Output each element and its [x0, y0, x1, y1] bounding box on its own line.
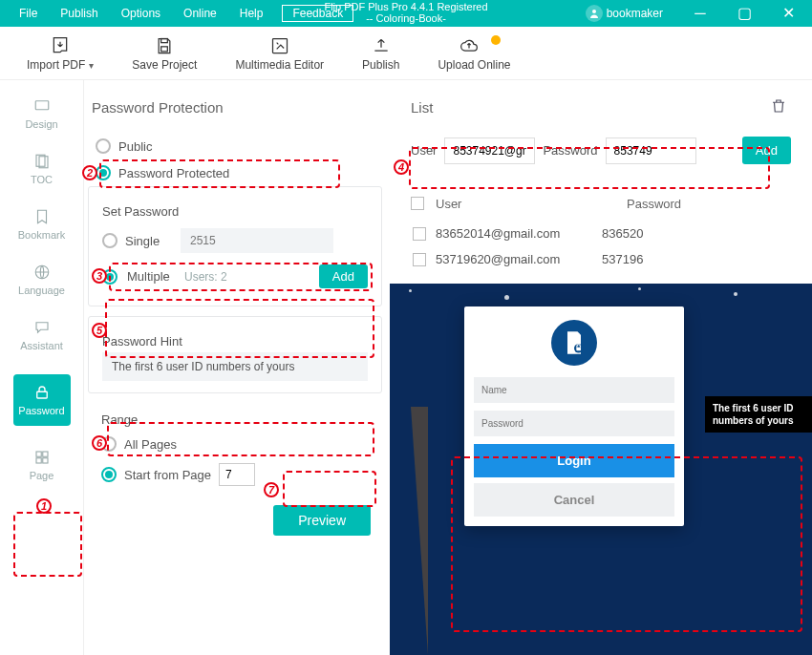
multiple-label: Multiple — [127, 269, 175, 284]
menu-file[interactable]: File — [8, 7, 49, 20]
svg-rect-11 — [36, 458, 41, 463]
all-pages-label: All Pages — [124, 437, 177, 452]
range-label: Range — [101, 412, 369, 427]
window-close[interactable]: ✕ — [768, 0, 808, 27]
import-icon — [49, 35, 72, 56]
rail-page[interactable]: Page — [13, 449, 71, 481]
row-checkbox[interactable] — [413, 253, 426, 266]
row-user: 53719620@gmail.com — [436, 252, 560, 266]
svg-rect-10 — [42, 452, 47, 456]
panel-title: Password Protection — [88, 99, 382, 116]
radio-public[interactable] — [96, 138, 111, 154]
window-minimize[interactable]: ─ — [680, 0, 720, 27]
preview-button[interactable]: Preview — [273, 505, 371, 536]
start-page-input[interactable] — [219, 463, 255, 486]
publish-icon — [372, 35, 391, 56]
set-password-group: Set Password Single Multiple Users: 2 Ad… — [88, 186, 382, 306]
save-icon — [155, 35, 174, 56]
main-toolbar: Import PDF Save Project Multimedia Edito… — [0, 27, 812, 80]
login-pass-input[interactable] — [474, 411, 674, 436]
password-hint-group: Password Hint — [88, 316, 382, 393]
radio-all-pages[interactable] — [101, 436, 117, 452]
lock-document-icon — [551, 320, 597, 366]
svg-rect-8 — [36, 391, 47, 398]
add-user-button[interactable]: Add — [319, 264, 368, 288]
delete-icon[interactable] — [770, 97, 787, 117]
title-bar: File Publish Options Online Help Feedbac… — [0, 0, 812, 27]
left-sidebar: Design TOC Bookmark Language Assistant P… — [0, 80, 84, 655]
list-add-button[interactable]: Add — [742, 137, 791, 164]
row-pass: 537196 — [602, 252, 791, 266]
radio-protected-row[interactable]: Password Protected — [96, 159, 374, 186]
menu-options[interactable]: Options — [110, 7, 172, 20]
protected-label: Password Protected — [118, 166, 229, 180]
user-list-panel: List User Password Add User Password 836… — [390, 80, 812, 284]
row-pass: 836520 — [602, 226, 791, 241]
password-protection-panel: Password Protection Public Password Prot… — [84, 80, 390, 655]
col-user: User — [436, 197, 627, 213]
range-group: Range All Pages Start from Page — [88, 403, 382, 496]
login-name-input[interactable] — [474, 377, 674, 403]
user-table: User Password 83652014@gmail.com 836520 … — [411, 189, 791, 272]
app-title: Flip PDF Plus Pro 4.4.1 Registered-- Col… — [324, 1, 487, 24]
login-preview-card: Login Cancel — [464, 306, 684, 526]
rail-assistant[interactable]: Assistant — [13, 319, 71, 351]
row-checkbox[interactable] — [413, 227, 426, 241]
radio-multiple[interactable] — [102, 269, 118, 285]
cloud-upload-icon — [457, 35, 491, 56]
rail-password[interactable]: Password — [13, 374, 71, 426]
svg-rect-4 — [35, 101, 49, 110]
radio-single[interactable] — [102, 233, 118, 248]
single-password-input[interactable] — [181, 228, 333, 253]
rail-bookmark[interactable]: Bookmark — [13, 208, 71, 241]
save-project-button[interactable]: Save Project — [132, 35, 197, 72]
svg-rect-9 — [36, 452, 41, 456]
rail-language[interactable]: Language — [13, 264, 71, 296]
svg-point-0 — [592, 10, 596, 13]
user-avatar-icon[interactable] — [586, 5, 603, 22]
table-row[interactable]: 83652014@gmail.com 836520 — [411, 221, 791, 246]
set-password-label: Set Password — [102, 204, 368, 219]
rail-design[interactable]: Design — [13, 97, 71, 130]
svg-rect-14 — [576, 348, 581, 351]
menu-help[interactable]: Help — [228, 7, 275, 20]
menu-publish[interactable]: Publish — [49, 7, 109, 20]
svg-rect-1 — [161, 38, 168, 42]
edit-icon — [270, 35, 289, 56]
publish-button[interactable]: Publish — [362, 35, 399, 72]
upload-online-button[interactable]: Upload Online — [438, 35, 510, 72]
cancel-button[interactable]: Cancel — [474, 483, 674, 517]
radio-protected[interactable] — [96, 165, 111, 180]
login-button[interactable]: Login — [474, 444, 674, 477]
add-user-label: User — [411, 143, 437, 158]
table-row[interactable]: 53719620@gmail.com 537196 — [411, 246, 791, 272]
preview-area: Login Cancel The first 6 user ID numbers… — [390, 284, 812, 655]
import-pdf-button[interactable]: Import PDF — [27, 35, 94, 72]
password-hint-input[interactable] — [102, 352, 368, 381]
svg-rect-12 — [42, 458, 47, 463]
add-user-row: User Password Add — [411, 137, 791, 164]
hint-tooltip: The first 6 user ID numbers of yours — [705, 396, 812, 433]
select-all-checkbox[interactable] — [411, 197, 424, 210]
hint-label: Password Hint — [102, 334, 368, 349]
new-pass-input[interactable] — [606, 137, 696, 164]
radio-public-row[interactable]: Public — [96, 133, 374, 159]
svg-rect-2 — [161, 46, 168, 51]
col-password: Password — [627, 197, 791, 213]
new-user-input[interactable] — [444, 137, 535, 164]
coin-badge-icon — [491, 35, 501, 45]
menu-online[interactable]: Online — [172, 7, 228, 20]
users-count: Users: 2 — [184, 270, 227, 284]
public-label: Public — [118, 139, 152, 154]
radio-start-from[interactable] — [101, 467, 117, 482]
start-from-label: Start from Page — [124, 468, 211, 482]
list-title: List — [411, 99, 791, 116]
row-user: 83652014@gmail.com — [436, 226, 560, 241]
rail-toc[interactable]: TOC — [13, 153, 71, 185]
window-maximize[interactable]: ▢ — [724, 0, 764, 27]
user-name[interactable]: bookmaker — [607, 7, 663, 20]
add-pass-label: Password — [543, 143, 597, 158]
multimedia-editor-button[interactable]: Multimedia Editor — [235, 35, 324, 72]
single-label: Single — [125, 234, 173, 248]
